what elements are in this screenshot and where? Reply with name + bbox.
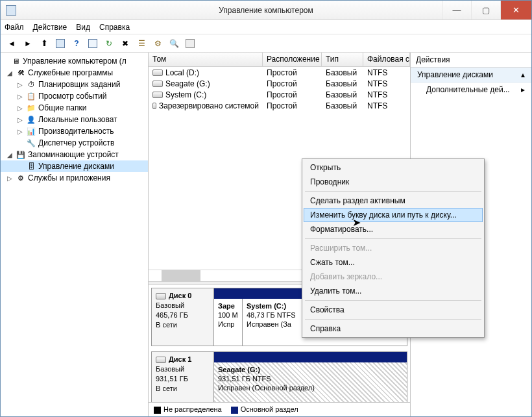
properties-icon[interactable]: ☰ — [134, 36, 149, 51]
col-type[interactable]: Тип — [322, 53, 363, 66]
disk-info: Диск 1Базовый931,51 ГБВ сети — [152, 352, 214, 402]
partition[interactable]: Заре100 МИспр — [214, 299, 243, 346]
show-tree-button[interactable] — [53, 36, 67, 51]
help-icon[interactable]: ? — [69, 36, 84, 51]
tree-diskmgmt[interactable]: Управление дисками — [38, 162, 114, 171]
volume-row[interactable]: Зарезервировано системой Простой Базовый… — [149, 100, 410, 111]
tree-system-tools[interactable]: Служебные программы — [28, 68, 113, 77]
tools-icon: 🛠 — [16, 68, 26, 78]
ctx-format[interactable]: Форматировать... — [304, 222, 483, 236]
col-volume[interactable]: Том — [149, 53, 263, 66]
disk-icon — [156, 357, 166, 363]
drive-icon — [152, 103, 156, 109]
settings-icon[interactable]: ⚙ — [151, 36, 165, 51]
legend-swatch-primary — [231, 407, 238, 414]
ctx-open[interactable]: Открыть — [304, 160, 483, 175]
menu-action[interactable]: Действие — [33, 23, 67, 32]
menu-help[interactable]: Справка — [99, 23, 130, 32]
tree-root[interactable]: Управление компьютером (л — [23, 57, 127, 66]
perf-icon: 📊 — [26, 126, 36, 136]
users-icon: 👤 — [26, 114, 36, 125]
extra-button[interactable] — [183, 36, 197, 51]
disk-block[interactable]: Диск 1Базовый931,51 ГБВ сетиSeagate (G:)… — [151, 351, 407, 402]
ctx-explorer[interactable]: Проводник — [304, 175, 483, 189]
volume-row[interactable]: System (C:) Простой Базовый NTFS — [149, 89, 410, 100]
eventviewer-icon: 📋 — [26, 91, 36, 101]
toolbar: ◄ ► ⬆ ? ↻ ✖ ☰ ⚙ 🔍 — [1, 34, 531, 53]
volume-list[interactable]: Local (D:) Простой Базовый NTFSSeagate (… — [149, 67, 410, 158]
tree-storage[interactable]: Запоминающие устройст — [28, 150, 119, 159]
computer-icon: 🖥 — [10, 56, 21, 66]
legend: Не распределена Основной раздел — [149, 402, 410, 416]
delete-icon[interactable]: ✖ — [118, 36, 132, 51]
actions-header: Действия — [411, 53, 531, 68]
ctx-props[interactable]: Свойства — [304, 303, 483, 317]
tree-sharedfolders[interactable]: Общие папки — [38, 103, 86, 112]
ctx-extend: Расширить том... — [304, 241, 483, 255]
context-menu: Открыть Проводник Сделать раздел активны… — [302, 158, 485, 338]
drive-icon — [152, 81, 163, 87]
tree-perf[interactable]: Производительность — [38, 127, 114, 136]
action-more[interactable]: Дополнительные дей... ▸ — [411, 82, 531, 97]
volume-row[interactable]: Seagate (G:) Простой Базовый NTFS — [149, 78, 410, 89]
ctx-change-letter[interactable]: Изменить букву диска или путь к диску... — [304, 208, 483, 222]
ctx-mirror: Добавить зеркало... — [304, 270, 483, 284]
window-title: Управление компьютером — [219, 6, 313, 15]
tree-scheduler[interactable]: Планировщик заданий — [38, 80, 120, 89]
volume-row[interactable]: Local (D:) Простой Базовый NTFS — [149, 67, 410, 78]
sharedfolders-icon: 📁 — [26, 103, 36, 113]
action-category[interactable]: Управление дисками ▴ — [411, 68, 531, 82]
close-button[interactable]: ✕ — [500, 1, 531, 19]
minimize-button[interactable]: — — [442, 1, 471, 19]
up-button[interactable]: ⬆ — [37, 36, 51, 51]
legend-swatch-unalloc — [154, 407, 161, 414]
menu-file[interactable]: Файл — [5, 23, 24, 32]
menu-view[interactable]: Вид — [76, 23, 90, 32]
maximize-button[interactable]: ▢ — [471, 1, 500, 19]
disk-info: Диск 0Базовый465,76 ГБВ сети — [152, 288, 214, 346]
col-layout[interactable]: Расположение — [263, 53, 322, 66]
partition[interactable]: Seagate (G:)931,51 ГБ NTFSИсправен (Осно… — [214, 362, 407, 402]
app-icon — [6, 5, 16, 16]
devicemgr-icon: 🔧 — [26, 138, 36, 148]
refresh-button[interactable]: ↻ — [102, 36, 116, 51]
ctx-help[interactable]: Справка — [304, 322, 483, 336]
col-fs[interactable]: Файловая сист — [363, 53, 410, 66]
tree-users[interactable]: Локальные пользоват — [38, 115, 117, 124]
scheduler-icon: ⏱ — [26, 79, 36, 90]
partition[interactable]: System (C:)48,73 ГБ NTFSИсправен (За — [243, 299, 305, 346]
views-button[interactable] — [86, 36, 100, 51]
disk-icon — [156, 293, 166, 299]
tree-eventviewer[interactable]: Просмотр событий — [38, 92, 106, 101]
collapse-icon: ▴ — [521, 70, 525, 79]
diskmgmt-icon: 🗄 — [26, 161, 36, 171]
back-button[interactable]: ◄ — [5, 36, 19, 51]
volume-list-header[interactable]: Том Расположение Тип Файловая сист — [149, 53, 410, 67]
titlebar[interactable]: Управление компьютером — ▢ ✕ — [1, 1, 531, 20]
zoom-icon[interactable]: 🔍 — [167, 36, 181, 51]
disk-strip — [214, 352, 407, 362]
services-icon: ⚙ — [16, 173, 26, 183]
drive-icon — [152, 92, 163, 98]
menubar: Файл Действие Вид Справка — [1, 20, 531, 34]
chevron-right-icon: ▸ — [521, 85, 525, 94]
drive-icon — [152, 70, 163, 76]
tree-devicemgr[interactable]: Диспетчер устройств — [38, 138, 114, 147]
nav-tree[interactable]: 🖥Управление компьютером (л ◢🛠Служебные п… — [1, 53, 149, 416]
tree-services[interactable]: Службы и приложения — [28, 173, 110, 183]
storage-icon: 💾 — [16, 149, 26, 160]
forward-button[interactable]: ► — [21, 36, 35, 51]
ctx-active[interactable]: Сделать раздел активным — [304, 194, 483, 208]
ctx-shrink[interactable]: Сжать том... — [304, 255, 483, 270]
ctx-delete[interactable]: Удалить том... — [304, 284, 483, 298]
